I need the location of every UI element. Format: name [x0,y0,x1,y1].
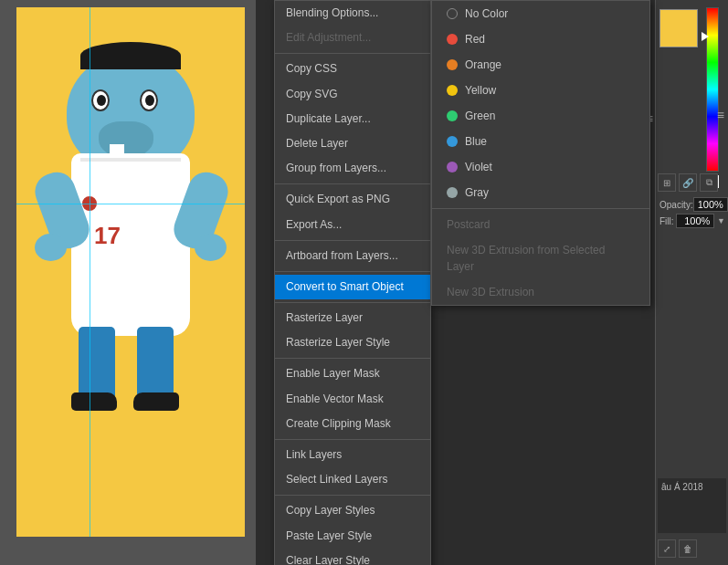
opacity-label: Opacity: [659,200,693,210]
panel-icons-row: ⊞ 🔗 ⧉ [658,173,718,192]
char-leg-right [137,327,174,400]
menu-item-rasterize-layer-style[interactable]: Rasterize Layer Style [275,330,430,355]
menu-separator-7 [275,439,430,440]
char-jersey-detail [80,158,181,162]
link-icon[interactable]: 🔗 [679,173,697,192]
grid-view-icon[interactable]: ⊞ [658,173,676,192]
submenu-item-green[interactable]: Green [432,103,649,129]
submenu-item-blue[interactable]: Blue [432,129,649,154]
menu-item-delete-layer[interactable]: Delete Layer [275,131,430,156]
canvas-area: 17 [0,0,256,565]
copy-icon[interactable]: ⧉ [700,173,718,192]
submenu-item-no-color[interactable]: No Color [432,1,649,26]
menu-separator-2 [275,183,430,184]
submenu-label-no-color: No Color [465,5,508,22]
submenu-item-new-3d-extrusion-selected: New 3D Extrusion from Selected Layer [432,237,649,279]
fill-row: Fill: 100% ▼ [658,213,727,229]
menu-item-quick-export[interactable]: Quick Export as PNG [275,187,430,212]
char-snout [99,121,153,158]
character-illustration: 17 [35,26,227,482]
char-number: 17 [94,222,121,250]
menu-separator-1 [275,53,430,54]
resize-icon[interactable]: ⤢ [658,539,676,558]
menu-separator-5 [275,302,430,303]
char-shoe-right [133,392,179,411]
context-menu: Blending Options... Edit Adjustment... C… [274,0,431,565]
menu-item-blending-options[interactable]: Blending Options... [275,1,430,26]
yellow-dot [447,85,458,96]
menu-item-convert-to-smart[interactable]: Convert to Smart Object [275,275,430,299]
menu-item-export-as[interactable]: Export As... [275,213,430,237]
char-hand-left [35,234,67,261]
menu-separator-4 [275,271,430,272]
bottom-icons-row: ⤢ 🗑 [658,539,697,558]
canvas-image: 17 [16,7,245,537]
char-hand-right [195,234,227,261]
fill-value[interactable]: 100% [676,214,714,228]
crosshair-vertical [90,7,90,537]
submenu-label-new-3d-extrusion: New 3D Extrusion [447,284,534,300]
fill-label: Fill: [659,216,674,226]
opacity-row: Opacity: 100% ▼ [658,196,727,213]
char-pupil-right [145,95,154,106]
submenu-item-violet[interactable]: Violet [432,154,649,180]
submenu-separator [432,208,649,209]
menu-item-paste-layer-style[interactable]: Paste Layer Style [275,524,430,549]
menu-item-clear-layer-style[interactable]: Clear Layer Style [275,549,430,565]
menu-item-copy-svg[interactable]: Copy SVG [275,82,430,107]
right-panel: ≡ ⊞ 🔗 ⧉ Opacity: 100% ▼ Fill: 100% ▼ ⤢ 🗑… [655,0,728,565]
submenu-label-yellow: Yellow [465,82,496,99]
submenu-label-gray: Gray [465,184,489,201]
char-shoe-left [71,392,117,411]
spectrum-indicator [702,32,709,41]
submenu-label-violet: Violet [465,159,492,175]
menu-item-enable-layer-mask[interactable]: Enable Layer Mask [275,361,430,386]
submenu-label-new-3d-extrusion-selected: New 3D Extrusion from Selected Layer [447,242,635,275]
char-leg-left [79,327,115,400]
submenu-item-yellow[interactable]: Yellow [432,78,649,103]
menu-separator-6 [275,358,430,359]
menu-item-create-clipping-mask[interactable]: Create Clipping Mask [275,412,430,436]
blue-dot [447,136,458,147]
menu-item-link-layers[interactable]: Link Layers [275,443,430,467]
char-pupil-left [97,95,106,106]
submenu-item-new-3d-extrusion: New 3D Extrusion [432,279,649,305]
menu-separator-3 [275,240,430,241]
menu-item-rasterize-layer[interactable]: Rasterize Layer [275,306,430,330]
color-submenu: No Color Red Orange Yellow Green Blue Vi… [431,0,650,306]
menu-item-copy-css[interactable]: Copy CSS [275,57,430,81]
menu-item-copy-layer-styles[interactable]: Copy Layer Styles [275,498,430,523]
foreground-color-swatch[interactable] [659,9,698,47]
menu-item-group-from-layers[interactable]: Group from Layers... [275,156,430,181]
trash-icon[interactable]: 🗑 [679,539,697,558]
submenu-label-postcard: Postcard [447,216,490,233]
menu-item-select-linked-layers[interactable]: Select Linked Layers [275,467,430,492]
submenu-item-gray[interactable]: Gray [432,180,649,205]
submenu-label-green: Green [465,108,495,124]
submenu-label-blue: Blue [465,133,487,150]
menu-item-duplicate-layer[interactable]: Duplicate Layer... [275,107,430,131]
no-color-dot [447,8,458,19]
gray-dot [447,187,458,198]
opacity-section: Opacity: 100% ▼ Fill: 100% ▼ [658,196,727,229]
char-hair [80,42,181,69]
red-dot [447,34,458,45]
menu-item-enable-vector-mask[interactable]: Enable Vector Mask [275,387,430,412]
submenu-label-red: Red [465,31,485,47]
green-dot [447,110,458,121]
panel-menu-icon[interactable]: ≡ [717,108,724,122]
layer-name-text: âu Á 2018 [658,478,726,496]
submenu-item-postcard: Postcard [432,212,649,237]
crosshair-horizontal [16,204,245,204]
menu-item-artboard-from-layers[interactable]: Artboard from Layers... [275,244,430,268]
menu-item-edit-adjustment: Edit Adjustment... [275,26,430,50]
submenu-label-orange: Orange [465,57,501,73]
opacity-value[interactable]: 100% [693,197,728,212]
orange-dot [447,59,458,70]
menu-separator-8 [275,495,430,496]
violet-dot [447,162,458,173]
fill-arrow[interactable]: ▼ [717,216,725,225]
submenu-item-orange[interactable]: Orange [432,52,649,78]
submenu-item-red[interactable]: Red [432,26,649,52]
layer-thumbnail-area: âu Á 2018 [658,478,726,533]
